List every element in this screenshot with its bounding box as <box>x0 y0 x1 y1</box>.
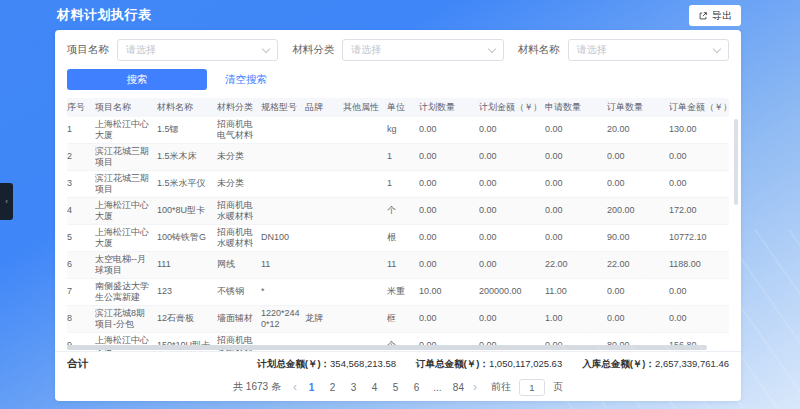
top-bar: 材料计划执行表 导出 <box>0 0 800 30</box>
cell: 130.00 <box>669 124 727 135</box>
select-placeholder: 请选择 <box>577 43 607 57</box>
prev-page-icon[interactable]: ‹ <box>293 381 297 393</box>
clear-search-link[interactable]: 清空搜索 <box>225 73 267 87</box>
cell: 0.00 <box>669 178 727 189</box>
summary-totals: 计划总金额(￥)：354,568,213.58订单总金额(￥)：1,050,11… <box>257 358 729 371</box>
page-number-3[interactable]: 3 <box>347 382 360 393</box>
cell: 22.00 <box>545 259 607 270</box>
column-header: 规格型号 <box>261 101 305 114</box>
cell: 22.00 <box>607 259 669 270</box>
export-icon <box>698 11 708 21</box>
table-row[interactable]: 2滨江花城三期项目1.5米木床未分类10.000.000.000.000.00 <box>67 144 729 171</box>
cell: 0.00 <box>419 313 479 324</box>
summary-item-0: 计划总金额(￥)：354,568,213.58 <box>257 358 396 371</box>
table-row[interactable]: 4上海松江中心大厦100*8U型卡招商机电水暖材料个0.000.000.0020… <box>67 198 729 225</box>
search-button[interactable]: 搜索 <box>67 69 207 90</box>
page-number-84[interactable]: 84 <box>452 382 465 393</box>
next-page-icon[interactable]: › <box>473 381 477 393</box>
filter-select[interactable]: 请选择 <box>342 39 503 61</box>
cell: 0.00 <box>479 205 545 216</box>
table-row[interactable]: 5上海松江中心大厦100铸铁管G招商机电水暖材料DN100根0.000.000.… <box>67 225 729 252</box>
cell: 上海松江中心大厦 <box>95 119 157 142</box>
column-header: 单位 <box>387 101 419 114</box>
cell: 200000.00 <box>479 286 545 297</box>
collapse-icon: ‹ <box>5 198 8 206</box>
horizontal-scrollbar[interactable] <box>67 345 707 350</box>
cell: 0.00 <box>545 178 607 189</box>
total-label: 合计 <box>67 357 88 371</box>
page-number-5[interactable]: 5 <box>389 382 402 393</box>
cell: 0.00 <box>545 232 607 243</box>
cell: 11 <box>387 259 419 270</box>
page-number-1[interactable]: 1 <box>305 382 318 393</box>
cell: 0.00 <box>419 124 479 135</box>
table-row[interactable]: 6太空电梯--月球项目111网线11110.000.0022.0022.0011… <box>67 252 729 279</box>
page-ellipsis[interactable]: ... <box>431 382 444 393</box>
cell: 未分类 <box>217 178 261 189</box>
summary-item-label: 入库总金额(￥)： <box>582 358 655 369</box>
cell: 1 <box>387 178 419 189</box>
cell: 0.00 <box>607 286 669 297</box>
cell: 网线 <box>217 259 261 270</box>
sidebar-collapse-handle[interactable]: ‹ <box>0 183 13 220</box>
table-body: 1上海松江中心大厦1.5锶招商机电电气材料kg0.000.000.0020.00… <box>67 117 729 351</box>
cell: 0.00 <box>479 232 545 243</box>
cell: 100铸铁管G <box>157 232 217 243</box>
cell: 6 <box>67 259 95 270</box>
filter-select[interactable]: 请选择 <box>568 39 729 61</box>
cell: 1.5锶 <box>157 124 217 135</box>
pagination-total: 共 1673 条 <box>233 380 281 394</box>
cell: 2 <box>67 151 95 162</box>
cell: 招商机电电气材料 <box>217 119 261 142</box>
table-row[interactable]: 1上海松江中心大厦1.5锶招商机电电气材料kg0.000.000.0020.00… <box>67 117 729 144</box>
cell: 100*8U型卡 <box>157 205 217 216</box>
cell: 200.00 <box>607 205 669 216</box>
column-header: 品牌 <box>305 101 343 114</box>
filter-select[interactable]: 请选择 <box>117 39 278 61</box>
summary-item-value: 1,050,117,025.63 <box>489 358 562 369</box>
cell: 0.00 <box>545 151 607 162</box>
summary-row: 合计 计划总金额(￥)：354,568,213.58订单总金额(￥)：1,050… <box>55 351 741 376</box>
page-number-6[interactable]: 6 <box>410 382 423 393</box>
cell: 111 <box>157 259 217 270</box>
cell: 1220*2440*12 <box>261 308 305 331</box>
table-row[interactable]: 8滨江花城8期项目-分包12石膏板墙面辅材1220*2440*12龙牌框0.00… <box>67 306 729 333</box>
select-placeholder: 请选择 <box>126 43 156 57</box>
cell: 招商机电水暖材料 <box>217 227 261 250</box>
cell: 1.5米水平仪 <box>157 178 217 189</box>
cell: 0.00 <box>607 313 669 324</box>
column-header: 申请数量 <box>545 101 607 114</box>
table-row[interactable]: 3滨江花城三期项目1.5米水平仪未分类10.000.000.000.000.00 <box>67 171 729 198</box>
cell: 12石膏板 <box>157 313 217 324</box>
page-number-2[interactable]: 2 <box>326 382 339 393</box>
filter-label: 项目名称 <box>67 43 109 57</box>
chevron-down-icon <box>262 44 270 52</box>
cell: 上海松江中心大厦 <box>95 200 157 223</box>
cell: 龙牌 <box>305 313 343 324</box>
vertical-scrollbar[interactable] <box>734 119 738 205</box>
table-row[interactable]: 7南侧盛达大学生公寓新建123不锈钢*米重10.00200000.0011.00… <box>67 279 729 306</box>
cell: 个 <box>387 205 419 216</box>
cell: 0.00 <box>479 313 545 324</box>
cell: 1188.00 <box>669 259 727 270</box>
cell: 3 <box>67 178 95 189</box>
chevron-down-icon <box>713 44 721 52</box>
cell: 1.00 <box>545 313 607 324</box>
column-header: 其他属性 <box>343 101 387 114</box>
cell: 上海松江中心大厦 <box>95 227 157 250</box>
cell: 招商机电水暖材料 <box>217 200 261 223</box>
goto-page-input[interactable] <box>519 379 545 396</box>
table-header-row: 序号项目名称材料名称材料分类规格型号品牌其他属性单位计划数量计划金额（￥）申请数… <box>67 98 729 117</box>
filter-group-2: 材料名称请选择 <box>518 39 729 61</box>
summary-item-value: 354,568,213.58 <box>330 358 396 369</box>
cell: 根 <box>387 232 419 243</box>
cell: 0.00 <box>669 313 727 324</box>
page-number-4[interactable]: 4 <box>368 382 381 393</box>
select-placeholder: 请选择 <box>351 43 381 57</box>
export-button[interactable]: 导出 <box>689 5 741 26</box>
filter-label: 材料分类 <box>292 43 334 57</box>
cell: 4 <box>67 205 95 216</box>
cell: 0.00 <box>607 178 669 189</box>
cell: 0.00 <box>419 178 479 189</box>
summary-item-value: 2,657,339,761.46 <box>655 358 729 369</box>
